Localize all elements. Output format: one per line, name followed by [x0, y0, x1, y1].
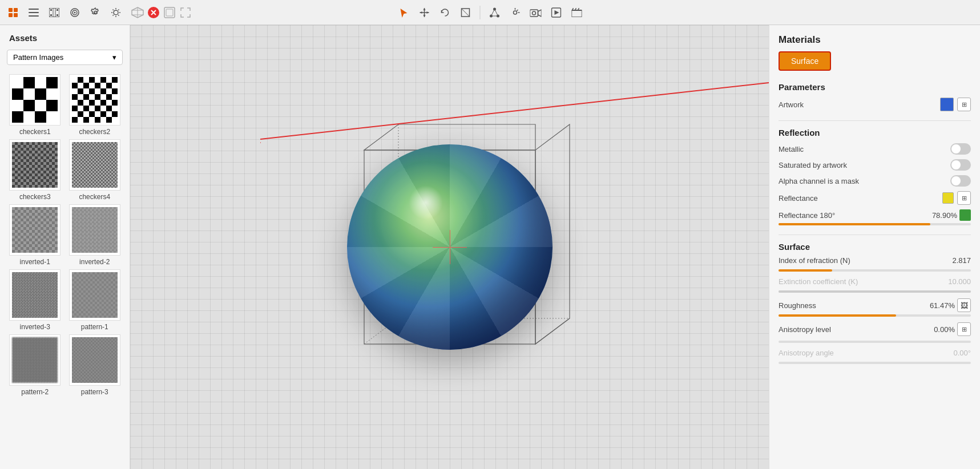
move-icon[interactable]: [418, 6, 430, 19]
canvas-area[interactable]: [130, 25, 769, 469]
light-position-icon[interactable]: [509, 6, 521, 19]
target-icon[interactable]: [68, 6, 81, 19]
list-item[interactable]: checkers1: [7, 74, 63, 136]
list-item[interactable]: pattern-3: [67, 334, 123, 396]
svg-line-25: [113, 15, 114, 16]
svg-line-22: [113, 9, 114, 10]
reflection-title: Reflection: [779, 128, 971, 138]
anisotropy-label: Anisotropy level: [779, 325, 831, 334]
maximize-icon[interactable]: [179, 6, 192, 19]
toolbar: [0, 0, 980, 25]
reflectance180-fill: [779, 223, 930, 225]
alpha-row: Alpha channel is a mask: [779, 175, 971, 187]
asset-thumb-inverted3: [9, 269, 61, 321]
asset-thumb-pattern3: [69, 334, 120, 386]
grid-icon[interactable]: [7, 6, 19, 19]
svg-rect-2: [9, 13, 13, 17]
reflectance-label: Reflectance: [779, 194, 942, 203]
sun-icon[interactable]: [110, 6, 122, 19]
camera-icon[interactable]: [529, 6, 542, 19]
svg-rect-10: [50, 14, 52, 16]
rotate-icon[interactable]: [438, 6, 451, 19]
list-item[interactable]: pattern-1: [67, 269, 123, 331]
scale-icon[interactable]: [459, 6, 471, 19]
clapperboard-icon[interactable]: [570, 6, 583, 19]
svg-rect-8: [50, 9, 52, 11]
hamburger-icon[interactable]: [27, 6, 40, 19]
asset-label-checkers3: checkers3: [19, 193, 51, 201]
asset-label-pattern3: pattern-3: [81, 388, 108, 396]
cube-wireframe-icon[interactable]: [131, 6, 144, 19]
assets-panel: Assets Pattern Images ▾ checkers1 checke…: [0, 25, 130, 469]
parameters-title: Parameters: [779, 82, 971, 92]
metallic-toggle[interactable]: [950, 143, 971, 155]
anisotropy-angle-row: Anisotropy angle 0.00°: [779, 349, 971, 357]
list-item[interactable]: inverted-3: [7, 269, 63, 331]
list-item[interactable]: checkers3: [7, 139, 63, 201]
ior-label: Index of refraction (N): [779, 256, 850, 265]
sphere-scene: [318, 116, 581, 378]
svg-rect-61: [166, 9, 173, 16]
extinction-track: [779, 290, 971, 293]
close-red-circle-icon[interactable]: [147, 6, 160, 19]
artwork-blue-swatch[interactable]: [940, 98, 954, 111]
anisotropy-track[interactable]: [779, 341, 971, 343]
toolbar-center: [397, 6, 583, 19]
reflectance-yellow-swatch[interactable]: [942, 192, 954, 204]
list-item[interactable]: pattern-2: [7, 334, 63, 396]
asset-thumb-inverted2: [69, 204, 120, 256]
cursor-icon[interactable]: [397, 6, 410, 19]
reflectance-texture-btn[interactable]: ⊞: [957, 191, 971, 205]
scene-container: [318, 116, 581, 378]
svg-rect-0: [9, 8, 13, 12]
anisotropy-texture-btn[interactable]: ⊞: [957, 322, 971, 336]
assets-title: Assets: [0, 25, 130, 47]
anisotropy-row: Anisotropy level 0.00% ⊞: [779, 322, 971, 336]
svg-marker-48: [554, 10, 559, 15]
asset-label-pattern2: pattern-2: [21, 388, 49, 396]
reflectance180-label: Reflectance 180°: [779, 211, 835, 220]
list-item[interactable]: checkers2: [67, 74, 123, 136]
settings-icon[interactable]: [89, 6, 102, 19]
anisotropy-angle-label: Anisotropy angle: [779, 349, 834, 357]
list-item[interactable]: inverted-1: [7, 204, 63, 266]
pattern-images-dropdown[interactable]: Pattern Images ▾: [7, 50, 123, 65]
roughness-track[interactable]: [779, 314, 971, 317]
svg-point-17: [114, 10, 118, 15]
asset-label-checkers1: checkers1: [19, 128, 51, 136]
reflectance180-green-swatch[interactable]: [959, 209, 971, 221]
svg-point-16: [94, 11, 97, 14]
surface-button[interactable]: Surface: [779, 51, 831, 71]
extinction-fill: [779, 290, 971, 293]
artwork-texture-btn[interactable]: ⊞: [957, 98, 971, 111]
alpha-toggle[interactable]: [950, 175, 971, 187]
ior-label-row: Index of refraction (N) 2.817: [779, 256, 971, 265]
vertex-icon[interactable]: [488, 6, 501, 19]
list-item[interactable]: inverted-2: [67, 204, 123, 266]
ior-track[interactable]: [779, 269, 971, 272]
materials-title: Materials: [779, 34, 971, 46]
film-icon[interactable]: [48, 6, 61, 19]
extinction-value: 10.000: [948, 277, 971, 286]
frame-icon[interactable]: [163, 6, 176, 19]
reflectance180-row: Reflectance 180° 78.90%: [779, 209, 971, 221]
sphere-crosshair: [433, 230, 467, 264]
saturated-toggle[interactable]: [950, 159, 971, 171]
asset-thumb-checkers3: [9, 139, 61, 191]
render-icon[interactable]: [550, 6, 562, 19]
metallic-row: Metallic: [779, 143, 971, 155]
asset-label-checkers4: checkers4: [79, 193, 110, 201]
asset-label-checkers2: checkers2: [79, 128, 110, 136]
asset-label-inverted1: inverted-1: [20, 258, 50, 266]
list-item[interactable]: checkers4: [67, 139, 123, 201]
chevron-down-icon: ▾: [112, 53, 116, 62]
alpha-label: Alpha channel is a mask: [779, 177, 950, 185]
svg-point-15: [74, 11, 76, 13]
toolbar-right: [131, 6, 192, 19]
materials-panel: Materials Surface Parameters Artwork ⊞ R…: [769, 25, 980, 469]
svg-rect-3: [14, 13, 18, 17]
roughness-texture-btn[interactable]: 🖼: [957, 298, 971, 312]
reflectance180-track[interactable]: [779, 223, 971, 225]
parameters-section: Parameters Artwork ⊞: [779, 82, 971, 111]
svg-marker-29: [423, 15, 425, 17]
